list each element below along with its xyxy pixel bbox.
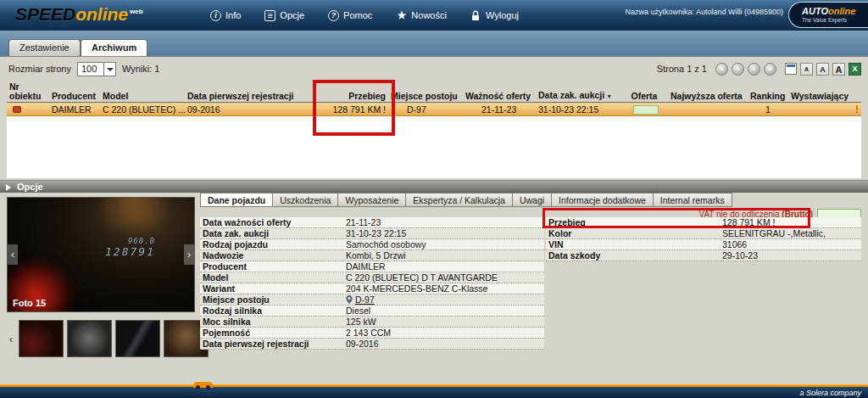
nav-pomoc[interactable]: ? Pomoc — [328, 10, 372, 21]
detail-row-rodzaj-silnika: Rodzaj silnikaDiesel — [200, 306, 544, 317]
detail-row-przebieg: Przebieg128 791 KM ! — [546, 217, 861, 228]
detail-row-data-pierwszej-rejestracji: Data pierwszej rejestracji09-2016 — [200, 339, 544, 350]
thumbs-prev-icon[interactable]: ‹ — [7, 333, 15, 345]
export-excel-icon[interactable]: X — [849, 63, 861, 76]
table-body-empty — [7, 116, 861, 178]
col-header-data-zak-aukcji[interactable]: Data zak. aukcji▼ — [536, 91, 620, 101]
details-left-column: Data ważności oferty21-11-23 Data zak. a… — [200, 217, 544, 350]
col-header-najwyzsza-oferta[interactable]: Najwyższa oferta — [668, 92, 748, 101]
location-link[interactable]: D-97 — [355, 294, 375, 305]
nav-opcje[interactable]: ≡ Opcje — [264, 10, 304, 21]
detail-row-kolor: KolorSELENITGRAU -,Metallic, — [546, 228, 861, 239]
cell-producent: DAIMLER — [49, 104, 100, 115]
options-bar[interactable]: Opcje — [0, 180, 868, 193]
last-page-button[interactable]: » — [764, 63, 776, 76]
nav-opcje-label: Opcje — [280, 10, 304, 20]
cell-oferta — [620, 104, 668, 115]
photo-thumbnail-2[interactable] — [67, 320, 112, 357]
padlock-icon — [470, 10, 481, 21]
results-panel: Rozmiar strony 100 Wyniki: 1 Strona 1 z … — [0, 57, 868, 180]
tab-zestawienie[interactable]: Zestawienie — [8, 39, 81, 56]
detail-row-data-szkody: Data szkody29-10-23 — [546, 250, 861, 261]
tab-archiwum[interactable]: Archiwum — [81, 39, 147, 56]
col-header-model[interactable]: Model — [100, 92, 185, 101]
username-label: Nazwa użytkownika: Autoland Willi (04985… — [625, 8, 783, 16]
detail-panel: 960.0 128791 Foto 15 ‹ › ‹ Dane pojazdu … — [0, 193, 868, 384]
photo-thumbnails: ‹ — [7, 317, 215, 360]
page-size-label: Rozmiar strony — [8, 64, 71, 74]
nav-nowosci[interactable]: ★ Nowości — [396, 10, 447, 21]
app-logo: SPEEDonlineweb — [15, 4, 143, 25]
table-row[interactable]: DAIMLER C 220 (BLUETEC) ... 09-2016 128 … — [7, 103, 861, 116]
map-pin-icon — [346, 295, 353, 306]
brand-auto: AUTO — [802, 6, 828, 16]
footer: a Solera company — [0, 387, 868, 398]
col-header-ranking[interactable]: Ranking — [748, 92, 788, 101]
tab-uszkodzenia[interactable]: Uszkodzenia — [273, 193, 338, 207]
odometer-top: 960.0 — [82, 237, 155, 245]
nav-nowosci-label: Nowości — [411, 10, 447, 20]
font-size-large-button[interactable]: A — [832, 63, 845, 76]
photo-prev-button[interactable]: ‹ — [8, 244, 18, 265]
col-header-oferta[interactable]: Oferta — [620, 92, 668, 101]
options-bar-label: Opcje — [17, 182, 43, 192]
next-page-button[interactable]: › — [748, 63, 760, 76]
warning-icon: ! — [855, 104, 859, 115]
col-header-wystawiajacy[interactable]: Wystawiający — [788, 92, 861, 101]
detail-row-rodzaj-pojazdu: Rodzaj pojazduSamochód osobowy — [200, 239, 544, 250]
font-size-small-button[interactable]: A — [800, 63, 813, 76]
odometer-readout: 960.0 128791 — [82, 237, 155, 258]
nav-info-label: Info — [225, 10, 241, 20]
window-icon[interactable] — [785, 63, 797, 75]
brand-tagline: The Value Experts — [802, 16, 865, 24]
detail-row-wariant: Wariant204 K-MERCEDES-BENZ C-Klasse — [200, 283, 544, 294]
col-header-producent[interactable]: Producent — [49, 92, 100, 101]
photo-next-button[interactable]: › — [184, 244, 194, 265]
table-header-row: Nr obiektu Producent Model Data pierwsze… — [7, 82, 861, 103]
cell-first-reg: 09-2016 — [185, 104, 312, 115]
prev-page-button[interactable]: ‹ — [732, 63, 744, 76]
speedonline-app: SPEEDonlineweb i Info ≡ Opcje ? Pomoc ★ … — [0, 0, 868, 398]
sort-desc-icon: ▼ — [606, 93, 612, 99]
tab-wyposazenie[interactable]: Wyposażenie — [338, 193, 406, 207]
col-header-waznosc-oferty[interactable]: Ważność oferty — [463, 92, 536, 101]
toolbar-right: Strona 1 z 1 « ‹ › » A A A X — [657, 61, 861, 76]
logo-speed: SPEED — [15, 4, 75, 24]
col-header-data-pierwszej-rejestracji[interactable]: Data pierwszej rejestracji — [185, 92, 312, 101]
page-size-value: 100 — [81, 64, 97, 74]
cell-miejsce-postoju: D-97 — [388, 104, 463, 115]
photo-thumbnail-1[interactable] — [19, 320, 64, 357]
detail-row-nadwozie: NadwozieKombi, 5 Drzwi — [200, 250, 544, 261]
info-icon: i — [210, 10, 221, 21]
tab-uwagi[interactable]: Uwagi — [513, 193, 552, 207]
cell-waznosc-oferty: 21-11-23 — [463, 104, 536, 115]
logo-online: online — [75, 4, 128, 24]
photo-main[interactable]: 960.0 128791 Foto 15 ‹ › — [7, 197, 195, 312]
detail-row-data-waznosci-oferty: Data ważności oferty21-11-23 — [200, 217, 544, 228]
photo-thumbnail-3[interactable] — [115, 320, 160, 357]
autoonline-wordmark: AUTOonline — [802, 6, 865, 16]
tab-informacje-dodatkowe[interactable]: Informacje dodatkowe — [552, 193, 654, 207]
nav-wyloguj-label: Wyloguj — [486, 10, 519, 20]
options-icon: ≡ — [264, 10, 275, 21]
nav-wyloguj[interactable]: Wyloguj — [470, 10, 519, 21]
col-header-przebieg[interactable]: Przebieg — [312, 92, 388, 101]
help-icon: ? — [328, 10, 339, 21]
page-indicator: Strona 1 z 1 — [657, 64, 707, 74]
logo-web: web — [130, 8, 143, 15]
cell-wystawiajacy: ! — [788, 104, 861, 115]
page-size-select[interactable]: 100 — [77, 62, 116, 76]
oferta-value-box — [633, 105, 659, 115]
font-size-medium-button[interactable]: A — [816, 63, 829, 76]
tab-internal-remarks[interactable]: Internal remarks — [654, 193, 732, 207]
solera-label: a Solera company — [799, 389, 861, 397]
collapse-arrow-icon — [6, 184, 14, 191]
nav-info[interactable]: i Info — [210, 10, 241, 21]
tab-ekspertyza-kalkulacja[interactable]: Ekspertyza / Kalkulacja — [406, 193, 513, 207]
col-header-nr-obiektu[interactable]: Nr obiektu — [7, 82, 49, 101]
first-page-button[interactable]: « — [715, 63, 728, 76]
odometer-bottom: 128791 — [82, 245, 155, 258]
car-icon — [193, 381, 214, 390]
col-header-miejsce-postoju[interactable]: Miejsce postoju — [388, 92, 463, 101]
tab-dane-pojazdu[interactable]: Dane pojazdu — [200, 193, 273, 207]
